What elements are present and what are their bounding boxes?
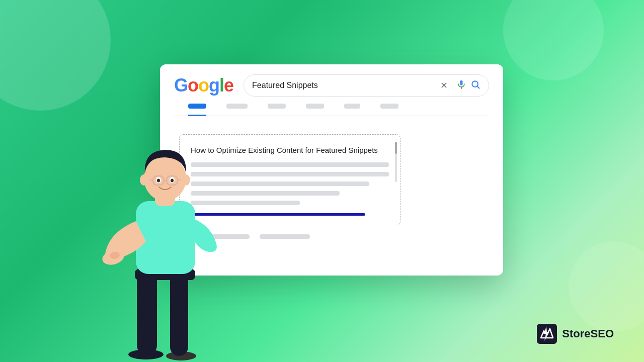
- tab-news[interactable]: [268, 101, 286, 116]
- storeseo-logo: StoreSEO: [537, 324, 614, 344]
- divider: [452, 79, 452, 92]
- tab-more[interactable]: [344, 101, 360, 116]
- svg-point-23: [182, 174, 190, 186]
- tab-tools[interactable]: [380, 101, 398, 116]
- person-svg: [101, 70, 231, 362]
- search-submit-icon[interactable]: [470, 79, 480, 92]
- storeseo-icon: [537, 324, 557, 344]
- svg-point-22: [140, 174, 148, 186]
- svg-point-12: [144, 156, 186, 201]
- svg-rect-7: [170, 272, 188, 356]
- svg-rect-0: [460, 80, 463, 85]
- svg-point-15: [157, 179, 160, 183]
- tab-videos[interactable]: [306, 101, 324, 116]
- svg-line-3: [477, 86, 479, 88]
- snippet-scrollbar[interactable]: [395, 142, 397, 182]
- storeseo-brand-name: StoreSEO: [562, 327, 614, 340]
- search-input[interactable]: Featured Snippets: [252, 81, 436, 90]
- svg-rect-9: [136, 201, 195, 274]
- search-bar[interactable]: Featured Snippets ✕: [244, 74, 489, 97]
- person-illustration: [101, 70, 231, 362]
- scrollbar-thumb: [395, 142, 397, 154]
- svg-point-16: [171, 179, 174, 183]
- clear-search-icon[interactable]: ✕: [440, 80, 448, 91]
- microphone-icon[interactable]: [456, 79, 466, 92]
- svg-rect-6: [137, 272, 157, 354]
- result-line-2: [260, 234, 310, 239]
